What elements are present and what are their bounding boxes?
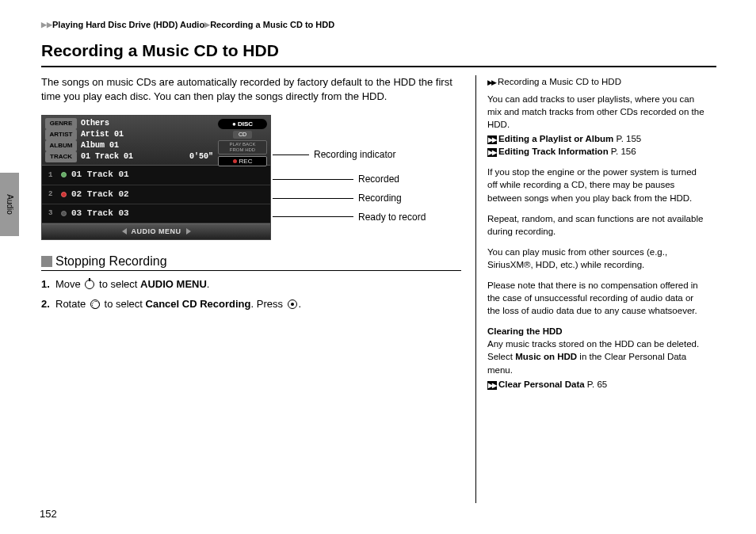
square-bullet-icon [41, 256, 52, 267]
callouts: Recording indicator Recorded Recording R… [273, 115, 426, 223]
genre-label: GENRE [45, 118, 77, 129]
page-number: 152 [40, 507, 57, 521]
breadcrumb-chevron-icon: ▶▶ [41, 21, 52, 29]
subheading-text: Stopping Recording [55, 253, 167, 270]
audio-menu-footer: AUDIO MENU [42, 223, 270, 239]
playback-indicator: PLAY BACKFROM HDD [218, 140, 267, 154]
side-p4: You can play music from other sources (e… [487, 246, 705, 271]
rec-dot-icon [233, 159, 237, 163]
disc-indicator: ● DISC [218, 119, 267, 129]
side-column: ▶▶Recording a Music CD to HDD You can ad… [475, 75, 705, 503]
side-p5: Please note that there is no compensatio… [487, 279, 705, 317]
track-row: 101 Track 01 [42, 166, 270, 185]
record-status-icon [61, 172, 67, 177]
track-time: 0'50" [189, 151, 213, 162]
section-tab: Audio [0, 173, 19, 236]
dial-icon [90, 299, 100, 309]
subheading: Stopping Recording [41, 253, 461, 271]
track-value: 01 Track 01 [81, 151, 133, 162]
callout-recording: Recording [358, 192, 402, 205]
breadcrumb-part-2: Recording a Music CD to HDD [210, 20, 334, 29]
track-num: 1 [48, 170, 59, 181]
press-icon [288, 299, 297, 309]
step-1: 1. Move to select AUDIO MENU. [41, 277, 461, 292]
callout-ready: Ready to record [358, 211, 426, 224]
step-2: 2. Rotate to select Cancel CD Recording.… [41, 297, 461, 311]
record-status-icon [61, 211, 67, 216]
side-p1: You can add tracks to user playlists, wh… [487, 93, 705, 131]
rec-indicator: REC [218, 156, 267, 166]
track-name: 03 Track 03 [71, 208, 129, 219]
callout-recording-indicator: Recording indicator [314, 148, 395, 162]
track-name: 01 Track 01 [71, 169, 129, 181]
main-column: The songs on music CDs are automatically… [41, 75, 461, 503]
xref-page: P. 155 [613, 134, 641, 143]
track-row: 303 Track 03 [42, 204, 270, 223]
track-num: 3 [48, 208, 59, 219]
joystick-icon [85, 280, 94, 289]
track-name: 02 Track 02 [71, 189, 129, 200]
album-value: Album 01 [81, 140, 119, 151]
side-p3: Repeat, random, and scan functions are n… [487, 212, 705, 238]
callout-recorded: Recorded [358, 173, 399, 186]
intro-text: The songs on music CDs are automatically… [41, 75, 461, 104]
genre-value: Others [81, 118, 109, 129]
track-row: 202 Track 02 [42, 185, 270, 204]
page: ▶▶Playing Hard Disc Drive (HDD) Audio▶Re… [0, 0, 756, 519]
xref-trackinfo: Editing Track Information [487, 147, 609, 156]
xref-clear-data: Clear Personal Data [487, 380, 585, 389]
xref-playlist: Editing a Playlist or Album [487, 134, 613, 143]
record-status-icon [61, 192, 67, 197]
album-label: ALBUM [45, 140, 77, 151]
track-label: TRACK [45, 151, 77, 162]
figure: GENREOthers ARTISTArtist 01 ALBUMAlbum 0… [41, 115, 461, 240]
xref-page: P. 65 [585, 380, 608, 389]
breadcrumb-part-1: Playing Hard Disc Drive (HDD) Audio [52, 20, 204, 29]
track-num: 2 [48, 189, 59, 200]
page-title: Recording a Music CD to HDD [41, 39, 716, 67]
breadcrumb: ▶▶Playing Hard Disc Drive (HDD) Audio▶Re… [41, 19, 716, 31]
cd-indicator: CD [233, 131, 252, 139]
side-clearing: Clearing the HDD Any music tracks stored… [487, 325, 705, 376]
side-p2: If you stop the engine or the power syst… [487, 166, 705, 204]
side-heading: ▶▶Recording a Music CD to HDD [487, 75, 705, 88]
device-screenshot: GENREOthers ARTISTArtist 01 ALBUMAlbum 0… [41, 115, 271, 240]
artist-value: Artist 01 [81, 129, 124, 140]
xref-page: P. 156 [609, 147, 636, 156]
artist-label: ARTIST [45, 129, 77, 140]
